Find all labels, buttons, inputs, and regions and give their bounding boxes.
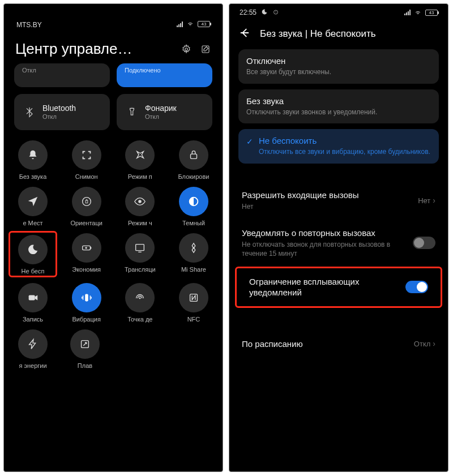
row-schedule[interactable]: По расписанию Откл › xyxy=(229,331,448,358)
bolt-icon xyxy=(27,338,39,350)
toggle-nfc[interactable]: NFC xyxy=(169,283,218,323)
moon-status-icon xyxy=(261,8,268,17)
toggle-rotation[interactable]: Ориентаци xyxy=(62,187,111,226)
toggle-mute[interactable]: Без звука xyxy=(8,140,57,180)
rotation-lock-icon xyxy=(80,195,93,208)
signal-icon xyxy=(404,10,411,15)
svg-point-1 xyxy=(185,48,188,50)
cc-header: Центр управле… xyxy=(4,30,223,63)
svg-rect-5 xyxy=(86,200,88,203)
svg-rect-3 xyxy=(190,154,196,158)
mi-share-icon xyxy=(187,242,200,254)
location-icon xyxy=(27,195,39,208)
hotspot-icon xyxy=(134,291,146,304)
toggle-grid: Без звука Снимон Режим п Блокирови е Мес… xyxy=(4,130,223,376)
toggle-dnd-highlighted[interactable]: Не бесп xyxy=(8,231,57,277)
edit-icon[interactable] xyxy=(200,44,211,55)
svg-point-6 xyxy=(139,200,142,203)
svg-rect-11 xyxy=(85,294,88,302)
toggle-mi-share[interactable]: Mi Share xyxy=(169,233,218,276)
airplane-icon xyxy=(134,149,146,161)
repeat-toggle[interactable] xyxy=(413,237,435,249)
toggle-dark-mode[interactable]: Темный xyxy=(169,187,218,226)
toggle-reading-mode[interactable]: Режим ч xyxy=(116,187,164,226)
option-dnd[interactable]: ✓ Не беспокоить Отключить все звуки и ви… xyxy=(238,129,439,164)
svg-rect-9 xyxy=(136,245,144,251)
toggle-vibration[interactable]: Вибрация xyxy=(62,283,111,323)
status-icons: 43 xyxy=(173,19,210,29)
toggle-power-save[interactable]: я энергии xyxy=(8,329,57,369)
dnd-settings-screen: 22:55 43 Без звука | Не беспокоить Отклю… xyxy=(229,3,448,472)
chevron-right-icon: › xyxy=(433,339,435,348)
toggle-floating-window[interactable]: Плав xyxy=(61,329,109,369)
cc-title: Центр управле… xyxy=(15,40,133,58)
toggle-screen-record[interactable]: Запись xyxy=(8,283,57,323)
alarm-status-icon xyxy=(272,8,279,17)
wifi-icon xyxy=(414,8,422,18)
bell-icon xyxy=(27,149,39,161)
popup-highlight: Ограничение всплывающих уведомлений xyxy=(235,267,442,308)
tile-wifi[interactable]: Подключено xyxy=(117,63,212,87)
row-repeat-calls[interactable]: Уведомлять о повторных вызовах Не отключ… xyxy=(229,220,448,267)
option-disabled[interactable]: Отключен Все звуки будут включены. xyxy=(238,49,439,84)
cast-icon xyxy=(134,242,146,254)
row-popup-limit[interactable]: Ограничение всплывающих уведомлений xyxy=(237,268,441,306)
flashlight-icon xyxy=(125,106,139,118)
svg-point-4 xyxy=(82,198,91,206)
status-time: 22:55 xyxy=(240,8,257,16)
chevron-right-icon: › xyxy=(433,196,435,205)
toggle-hotspot[interactable]: Точка де xyxy=(116,283,164,323)
tile-mobile-data[interactable]: Откл xyxy=(14,63,110,87)
vibration-icon xyxy=(80,291,93,304)
settings-title: Без звука | Не беспокоить xyxy=(260,28,376,40)
check-icon: ✓ xyxy=(246,137,254,146)
toggle-screenshot[interactable]: Снимон xyxy=(62,140,111,180)
tile-bluetooth[interactable]: Bluetooth Откл xyxy=(14,94,110,130)
moon-icon xyxy=(27,243,39,256)
status-bar: MTS.BY 43 xyxy=(4,4,223,30)
settings-gear-icon[interactable] xyxy=(181,44,192,55)
svg-rect-2 xyxy=(202,46,209,53)
big-tiles: Откл Подключено Bluetooth Откл xyxy=(4,63,223,130)
bluetooth-icon xyxy=(22,106,37,118)
control-center-screen: MTS.BY 43 Центр управле… Откл xyxy=(3,3,223,472)
option-silent[interactable]: Без звука Отключить звуки звонков и увед… xyxy=(238,89,439,124)
svg-rect-10 xyxy=(29,295,35,300)
row-allow-calls[interactable]: Разрешить входящие вызовы Нет Нет › xyxy=(229,182,448,220)
lock-icon xyxy=(187,149,200,161)
battery-icon: 43 xyxy=(198,21,210,27)
eye-icon xyxy=(134,195,146,208)
toggle-lock[interactable]: Блокирови xyxy=(169,140,218,180)
toggle-cast[interactable]: Трансляци xyxy=(116,233,164,276)
wifi-icon xyxy=(186,19,194,29)
back-button[interactable] xyxy=(238,27,251,41)
toggle-battery-saver[interactable]: Экономия xyxy=(62,233,111,276)
popup-toggle[interactable] xyxy=(405,281,428,293)
screenshot-icon xyxy=(80,149,93,161)
toggle-location[interactable]: е Мест xyxy=(8,187,57,226)
svg-point-12 xyxy=(139,298,141,299)
signal-icon xyxy=(177,22,183,27)
status-bar: 22:55 43 xyxy=(229,4,448,21)
battery-plus-icon xyxy=(80,242,93,254)
record-icon xyxy=(27,291,39,304)
carrier-label: MTS.BY xyxy=(16,21,42,29)
nfc-icon xyxy=(187,291,200,304)
toggle-airplane[interactable]: Режим п xyxy=(116,140,164,180)
settings-header: Без звука | Не беспокоить xyxy=(229,21,448,49)
battery-icon: 43 xyxy=(425,10,438,16)
tile-flashlight[interactable]: Фонарик Откл xyxy=(117,94,212,130)
dark-mode-icon xyxy=(187,195,200,208)
floating-window-icon xyxy=(79,338,91,350)
